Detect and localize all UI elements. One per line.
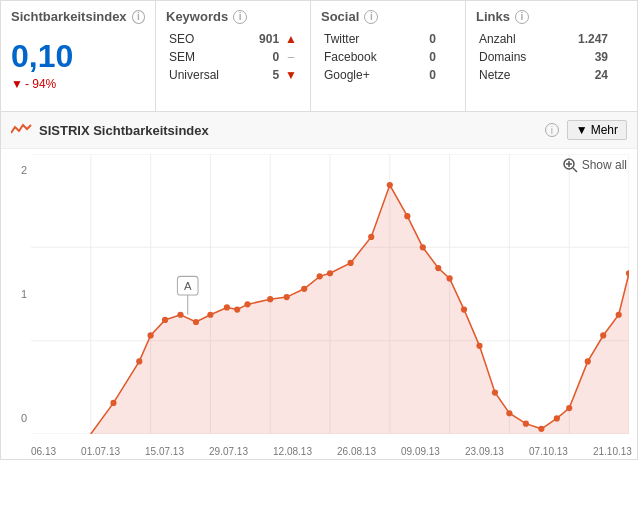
x-label-5: 26.08.13 [337,446,376,457]
kw-value: 0 [245,48,282,66]
chart-controls: i ▼ Mehr [545,120,627,140]
keywords-row: SEM 0 – [166,48,300,66]
kw-value: 5 [245,66,282,84]
kw-value: 901 [245,30,282,48]
keywords-section: Keywords i SEO 901 ▲ SEM 0 – Universal 5… [156,1,311,111]
links-info-icon[interactable]: i [515,10,529,24]
social-row: Google+ 0 [321,66,455,84]
show-all-button[interactable]: Show all [562,157,627,173]
x-label-0: 06.13 [31,446,56,457]
svg-point-49 [600,332,606,338]
chart-header: SISTRIX Sichtbarkeitsindex i ▼ Mehr [1,112,637,149]
social-label: Facebook [321,48,418,66]
kw-trend-icon: ▼ [282,66,300,84]
kw-label: SEO [166,30,245,48]
svg-point-41 [476,343,482,349]
kw-trend-icon: ▲ [282,30,300,48]
x-axis: 06.13 01.07.13 15.07.13 29.07.13 12.08.1… [31,446,632,457]
y-label-2: 2 [1,164,31,176]
sichtbarkeit-info-icon[interactable]: i [132,10,145,24]
svg-point-48 [585,358,591,364]
links-trend-icon [611,30,627,48]
svg-point-31 [317,273,323,279]
links-value: 39 [557,48,611,66]
svg-point-51 [626,270,629,276]
social-value: 0 [418,30,439,48]
links-title: Links [476,9,510,24]
social-value: 0 [418,48,439,66]
chart-info-icon[interactable]: i [545,123,559,137]
links-label: Netze [476,66,557,84]
links-value: 24 [557,66,611,84]
svg-point-39 [447,275,453,281]
social-label: Twitter [321,30,418,48]
svg-line-1 [573,168,577,172]
mehr-button[interactable]: ▼ Mehr [567,120,627,140]
social-trend-icon [439,30,455,48]
keywords-title: Keywords [166,9,228,24]
svg-point-29 [284,294,290,300]
svg-point-18 [110,400,116,406]
show-all-area: Show all [562,157,627,173]
svg-point-22 [177,312,183,318]
y-label-0: 0 [1,412,31,424]
social-section: Social i Twitter 0 Facebook 0 Google+ 0 [311,1,466,111]
svg-point-37 [420,244,426,250]
kw-label: Universal [166,66,245,84]
links-table: Anzahl 1.247 Domains 39 Netze 24 [476,30,627,84]
links-value: 1.247 [557,30,611,48]
x-label-3: 29.07.13 [209,446,248,457]
social-label: Google+ [321,66,418,84]
svg-point-50 [616,312,622,318]
svg-point-33 [348,260,354,266]
svg-point-20 [148,332,154,338]
chart-title-text: SISTRIX Sichtbarkeitsindex [39,123,209,138]
kw-label: SEM [166,48,245,66]
social-info-icon[interactable]: i [364,10,378,24]
links-label: Domains [476,48,557,66]
svg-point-21 [162,317,168,323]
svg-point-25 [224,304,230,310]
links-section: Links i Anzahl 1.247 Domains 39 Netze 24 [466,1,637,111]
keywords-info-icon[interactable]: i [233,10,247,24]
chart-title-area: SISTRIX Sichtbarkeitsindex [11,123,209,138]
x-label-4: 12.08.13 [273,446,312,457]
svg-text:A: A [184,280,192,292]
x-label-9: 21.10.13 [593,446,632,457]
svg-point-30 [301,286,307,292]
chart-container: 0 1 2 Show all [1,149,637,459]
chart-panel: SISTRIX Sichtbarkeitsindex i ▼ Mehr 0 1 … [0,111,638,460]
links-row: Netze 24 [476,66,627,84]
links-trend-icon [611,48,627,66]
svg-point-24 [207,312,213,318]
keywords-table: SEO 901 ▲ SEM 0 – Universal 5 ▼ [166,30,300,84]
keywords-row: SEO 901 ▲ [166,30,300,48]
svg-point-46 [554,415,560,421]
svg-point-42 [492,389,498,395]
links-row: Anzahl 1.247 [476,30,627,48]
social-row: Twitter 0 [321,30,455,48]
x-label-7: 23.09.13 [465,446,504,457]
svg-point-40 [461,306,467,312]
keywords-row: Universal 5 ▼ [166,66,300,84]
svg-point-32 [327,270,333,276]
arrow-down-icon: ▼ [11,77,23,91]
svg-point-27 [244,301,250,307]
svg-point-38 [435,265,441,271]
links-trend-icon [611,66,627,84]
svg-point-35 [387,182,393,188]
sichtbarkeit-value: 0,10 [11,38,145,75]
zoom-icon [562,157,578,173]
svg-point-44 [523,421,529,427]
svg-point-28 [267,296,273,302]
social-title: Social [321,9,359,24]
links-label: Anzahl [476,30,557,48]
social-value: 0 [418,66,439,84]
social-row: Facebook 0 [321,48,455,66]
x-label-1: 01.07.13 [81,446,120,457]
social-table: Twitter 0 Facebook 0 Google+ 0 [321,30,455,84]
svg-point-43 [506,410,512,416]
show-all-label: Show all [582,158,627,172]
sistrix-logo-icon [11,123,33,137]
sichtbarkeit-section: Sichtbarkeitsindex i 0,10 ▼ - 94% [1,1,156,111]
